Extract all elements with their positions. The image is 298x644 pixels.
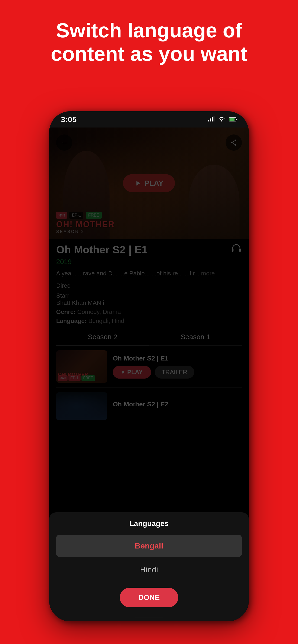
status-time: 3:05 — [61, 115, 77, 124]
svg-rect-2 — [212, 117, 213, 122]
status-bar: 3:05 — [49, 111, 249, 128]
languages-sheet: Languages Bengali Hindi DONE — [49, 512, 249, 621]
done-button[interactable]: DONE — [120, 588, 178, 607]
signal-icon — [208, 116, 214, 123]
phone-shell: 3:05 — [49, 111, 249, 621]
battery-icon — [229, 117, 237, 122]
language-option-bengali[interactable]: Bengali — [56, 535, 242, 557]
svg-rect-3 — [213, 116, 214, 122]
svg-rect-1 — [210, 118, 211, 122]
languages-title: Languages — [56, 519, 242, 528]
svg-rect-0 — [208, 120, 209, 122]
hero-heading: Switch language of content as you want — [0, 18, 298, 65]
svg-rect-5 — [229, 118, 235, 121]
svg-rect-6 — [236, 119, 237, 120]
wifi-icon — [218, 116, 225, 123]
status-icons — [208, 116, 237, 123]
languages-modal: Languages Bengali Hindi DONE — [49, 128, 249, 621]
phone-wrapper: 3:05 — [49, 111, 249, 621]
screen: ← PLAY বাংলা EP — [49, 128, 249, 621]
language-option-hindi[interactable]: Hindi — [56, 559, 242, 581]
